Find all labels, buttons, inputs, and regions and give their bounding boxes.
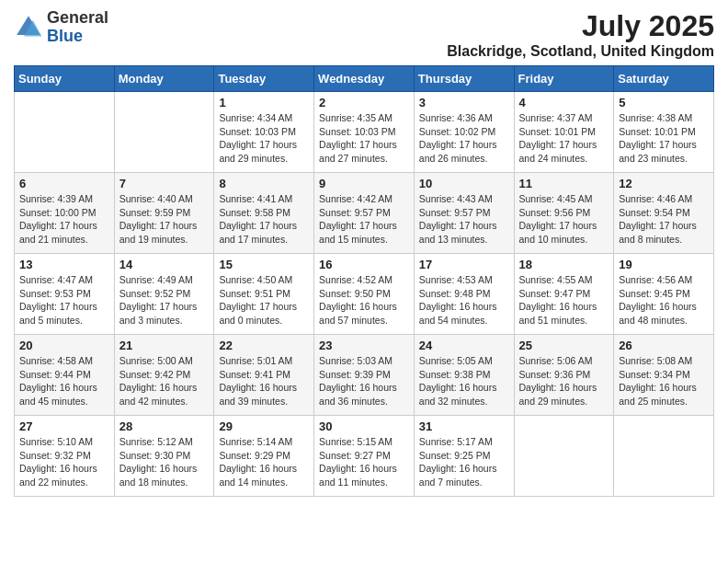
calendar-cell: 1Sunrise: 4:34 AM Sunset: 10:03 PM Dayli…: [214, 92, 314, 173]
calendar-cell: 10Sunrise: 4:43 AM Sunset: 9:57 PM Dayli…: [414, 173, 514, 254]
day-number: 20: [19, 339, 109, 352]
day-number: 25: [519, 339, 609, 352]
day-number: 13: [19, 258, 109, 271]
day-info: Sunrise: 4:55 AM Sunset: 9:47 PM Dayligh…: [519, 273, 609, 327]
calendar-cell: 19Sunrise: 4:56 AM Sunset: 9:45 PM Dayli…: [614, 254, 714, 335]
day-number: 15: [219, 258, 309, 271]
day-info: Sunrise: 5:03 AM Sunset: 9:39 PM Dayligh…: [319, 354, 409, 408]
day-number: 4: [519, 96, 609, 109]
day-number: 1: [219, 96, 309, 109]
month-title: July 2025: [447, 9, 714, 43]
calendar-header-row: SundayMondayTuesdayWednesdayThursdayFrid…: [15, 66, 714, 92]
day-info: Sunrise: 5:17 AM Sunset: 9:25 PM Dayligh…: [419, 435, 509, 489]
day-info: Sunrise: 5:01 AM Sunset: 9:41 PM Dayligh…: [219, 354, 309, 408]
day-info: Sunrise: 4:34 AM Sunset: 10:03 PM Daylig…: [219, 111, 309, 166]
calendar-header-friday: Friday: [514, 66, 614, 92]
calendar-header-monday: Monday: [114, 66, 214, 92]
day-number: 10: [419, 177, 509, 190]
calendar-cell: 23Sunrise: 5:03 AM Sunset: 9:39 PM Dayli…: [314, 335, 415, 416]
calendar-cell: 24Sunrise: 5:05 AM Sunset: 9:38 PM Dayli…: [414, 335, 514, 416]
day-info: Sunrise: 5:00 AM Sunset: 9:42 PM Dayligh…: [119, 354, 210, 408]
calendar-cell: 5Sunrise: 4:38 AM Sunset: 10:01 PM Dayli…: [614, 92, 714, 173]
day-number: 21: [119, 339, 210, 352]
calendar-cell: 31Sunrise: 5:17 AM Sunset: 9:25 PM Dayli…: [414, 416, 514, 497]
calendar-cell: [114, 92, 214, 173]
calendar-header-thursday: Thursday: [414, 66, 514, 92]
calendar-week-row: 13Sunrise: 4:47 AM Sunset: 9:53 PM Dayli…: [15, 254, 714, 335]
calendar-cell: 28Sunrise: 5:12 AM Sunset: 9:30 PM Dayli…: [114, 416, 214, 497]
day-info: Sunrise: 4:35 AM Sunset: 10:03 PM Daylig…: [319, 111, 409, 166]
day-info: Sunrise: 4:56 AM Sunset: 9:45 PM Dayligh…: [619, 273, 709, 327]
day-info: Sunrise: 4:38 AM Sunset: 10:01 PM Daylig…: [619, 111, 709, 166]
calendar-cell: 4Sunrise: 4:37 AM Sunset: 10:01 PM Dayli…: [514, 92, 614, 173]
day-number: 9: [319, 177, 409, 190]
calendar-header-saturday: Saturday: [614, 66, 714, 92]
calendar-cell: 22Sunrise: 5:01 AM Sunset: 9:41 PM Dayli…: [214, 335, 314, 416]
day-number: 28: [119, 419, 210, 433]
day-info: Sunrise: 4:50 AM Sunset: 9:51 PM Dayligh…: [219, 273, 309, 327]
day-number: 8: [219, 177, 309, 190]
calendar-cell: 12Sunrise: 4:46 AM Sunset: 9:54 PM Dayli…: [614, 173, 714, 254]
calendar-week-row: 20Sunrise: 4:58 AM Sunset: 9:44 PM Dayli…: [15, 335, 714, 416]
day-info: Sunrise: 4:37 AM Sunset: 10:01 PM Daylig…: [519, 111, 609, 166]
day-info: Sunrise: 4:36 AM Sunset: 10:02 PM Daylig…: [419, 111, 509, 166]
calendar-cell: 6Sunrise: 4:39 AM Sunset: 10:00 PM Dayli…: [15, 173, 115, 254]
calendar-week-row: 6Sunrise: 4:39 AM Sunset: 10:00 PM Dayli…: [15, 173, 714, 254]
calendar-cell: 27Sunrise: 5:10 AM Sunset: 9:32 PM Dayli…: [15, 416, 115, 497]
day-number: 3: [419, 96, 509, 109]
calendar-cell: 9Sunrise: 4:42 AM Sunset: 9:57 PM Daylig…: [314, 173, 415, 254]
day-info: Sunrise: 5:08 AM Sunset: 9:34 PM Dayligh…: [619, 354, 709, 408]
day-info: Sunrise: 4:45 AM Sunset: 9:56 PM Dayligh…: [519, 192, 609, 247]
day-number: 29: [219, 419, 309, 433]
title-block: July 2025 Blackridge, Scotland, United K…: [447, 9, 714, 60]
day-info: Sunrise: 4:41 AM Sunset: 9:58 PM Dayligh…: [219, 192, 309, 247]
logo-text: General Blue: [47, 9, 108, 46]
day-info: Sunrise: 4:52 AM Sunset: 9:50 PM Dayligh…: [319, 273, 409, 327]
calendar-week-row: 27Sunrise: 5:10 AM Sunset: 9:32 PM Dayli…: [15, 416, 714, 497]
calendar-cell: [15, 92, 115, 173]
day-number: 22: [219, 339, 309, 352]
calendar-cell: 15Sunrise: 4:50 AM Sunset: 9:51 PM Dayli…: [214, 254, 314, 335]
day-info: Sunrise: 4:43 AM Sunset: 9:57 PM Dayligh…: [419, 192, 509, 247]
day-number: 6: [19, 177, 109, 190]
location-subtitle: Blackridge, Scotland, United Kingdom: [447, 43, 714, 60]
day-info: Sunrise: 5:12 AM Sunset: 9:30 PM Dayligh…: [119, 435, 210, 489]
logo: General Blue: [14, 9, 108, 46]
calendar-header-tuesday: Tuesday: [214, 66, 314, 92]
day-info: Sunrise: 5:06 AM Sunset: 9:36 PM Dayligh…: [519, 354, 609, 408]
day-number: 26: [619, 339, 709, 352]
day-number: 14: [119, 258, 210, 271]
calendar-week-row: 1Sunrise: 4:34 AM Sunset: 10:03 PM Dayli…: [15, 92, 714, 173]
day-number: 30: [319, 419, 409, 433]
day-info: Sunrise: 4:58 AM Sunset: 9:44 PM Dayligh…: [19, 354, 109, 408]
day-info: Sunrise: 4:46 AM Sunset: 9:54 PM Dayligh…: [619, 192, 709, 247]
day-info: Sunrise: 4:49 AM Sunset: 9:52 PM Dayligh…: [119, 273, 210, 327]
page-header: General Blue July 2025 Blackridge, Scotl…: [14, 9, 714, 60]
calendar-cell: 29Sunrise: 5:14 AM Sunset: 9:29 PM Dayli…: [214, 416, 314, 497]
calendar-cell: 13Sunrise: 4:47 AM Sunset: 9:53 PM Dayli…: [15, 254, 115, 335]
calendar-cell: 18Sunrise: 4:55 AM Sunset: 9:47 PM Dayli…: [514, 254, 614, 335]
calendar-table: SundayMondayTuesdayWednesdayThursdayFrid…: [14, 65, 714, 497]
day-number: 18: [519, 258, 609, 271]
calendar-cell: 21Sunrise: 5:00 AM Sunset: 9:42 PM Dayli…: [114, 335, 214, 416]
calendar-cell: 7Sunrise: 4:40 AM Sunset: 9:59 PM Daylig…: [114, 173, 214, 254]
calendar-cell: 25Sunrise: 5:06 AM Sunset: 9:36 PM Dayli…: [514, 335, 614, 416]
calendar-cell: 8Sunrise: 4:41 AM Sunset: 9:58 PM Daylig…: [214, 173, 314, 254]
calendar-header-wednesday: Wednesday: [314, 66, 415, 92]
day-info: Sunrise: 4:53 AM Sunset: 9:48 PM Dayligh…: [419, 273, 509, 327]
day-number: 24: [419, 339, 509, 352]
day-number: 16: [319, 258, 409, 271]
day-number: 11: [519, 177, 609, 190]
day-info: Sunrise: 5:10 AM Sunset: 9:32 PM Dayligh…: [19, 435, 109, 489]
day-info: Sunrise: 5:05 AM Sunset: 9:38 PM Dayligh…: [419, 354, 509, 408]
calendar-cell: 30Sunrise: 5:15 AM Sunset: 9:27 PM Dayli…: [314, 416, 415, 497]
day-info: Sunrise: 4:42 AM Sunset: 9:57 PM Dayligh…: [319, 192, 409, 247]
calendar-cell: 20Sunrise: 4:58 AM Sunset: 9:44 PM Dayli…: [15, 335, 115, 416]
day-info: Sunrise: 5:15 AM Sunset: 9:27 PM Dayligh…: [319, 435, 409, 489]
day-number: 17: [419, 258, 509, 271]
calendar-cell: [514, 416, 614, 497]
calendar-cell: 14Sunrise: 4:49 AM Sunset: 9:52 PM Dayli…: [114, 254, 214, 335]
calendar-cell: 16Sunrise: 4:52 AM Sunset: 9:50 PM Dayli…: [314, 254, 415, 335]
day-number: 27: [19, 419, 109, 433]
day-number: 23: [319, 339, 409, 352]
